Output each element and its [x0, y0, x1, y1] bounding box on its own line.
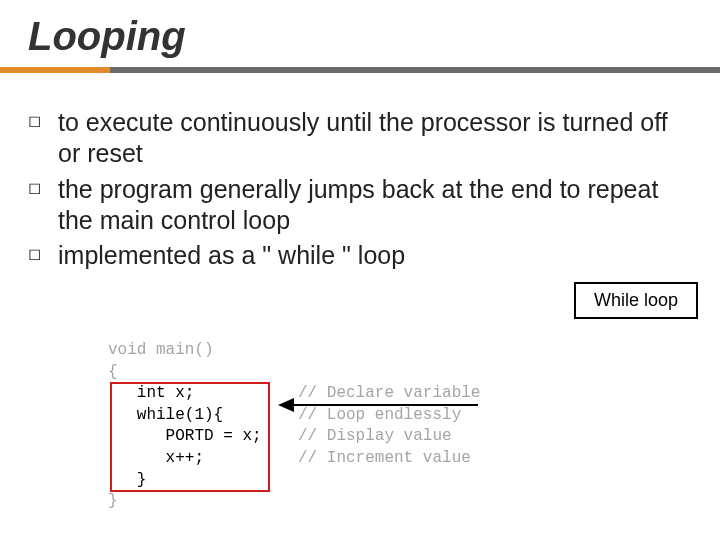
code-comment: // Increment value: [298, 448, 471, 470]
code-comment: // Loop endlessly: [298, 405, 461, 427]
code-comment: // Display value: [298, 426, 452, 448]
title-rule: [0, 67, 720, 73]
bullet-text: implemented as a " while " loop: [58, 241, 405, 269]
code-line: while(1){: [108, 405, 298, 427]
code-line: void main(): [108, 340, 298, 362]
code-block: void main() { int x; // Declare variable…: [108, 340, 608, 513]
bullet-marker-icon: ◻: [28, 178, 41, 198]
code-comment: // Declare variable: [298, 383, 480, 405]
bullet-item: ◻ implemented as a " while " loop: [58, 240, 692, 271]
bullet-list: ◻ to execute continuously until the proc…: [0, 107, 720, 271]
bullet-text: the program generally jumps back at the …: [58, 175, 658, 234]
code-line: {: [108, 362, 298, 384]
slide-title: Looping: [0, 0, 720, 67]
rule-main: [110, 67, 720, 73]
code-line: }: [108, 491, 298, 513]
code-line: PORTD = x;: [108, 426, 298, 448]
bullet-item: ◻ the program generally jumps back at th…: [58, 174, 692, 237]
bullet-marker-icon: ◻: [28, 111, 41, 131]
bullet-text: to execute continuously until the proces…: [58, 108, 668, 167]
code-line: x++;: [108, 448, 298, 470]
callout-box: While loop: [574, 282, 698, 319]
rule-accent: [0, 67, 110, 73]
bullet-item: ◻ to execute continuously until the proc…: [58, 107, 692, 170]
bullet-marker-icon: ◻: [28, 244, 41, 264]
code-line: }: [108, 470, 298, 492]
code-line: int x;: [108, 383, 298, 405]
